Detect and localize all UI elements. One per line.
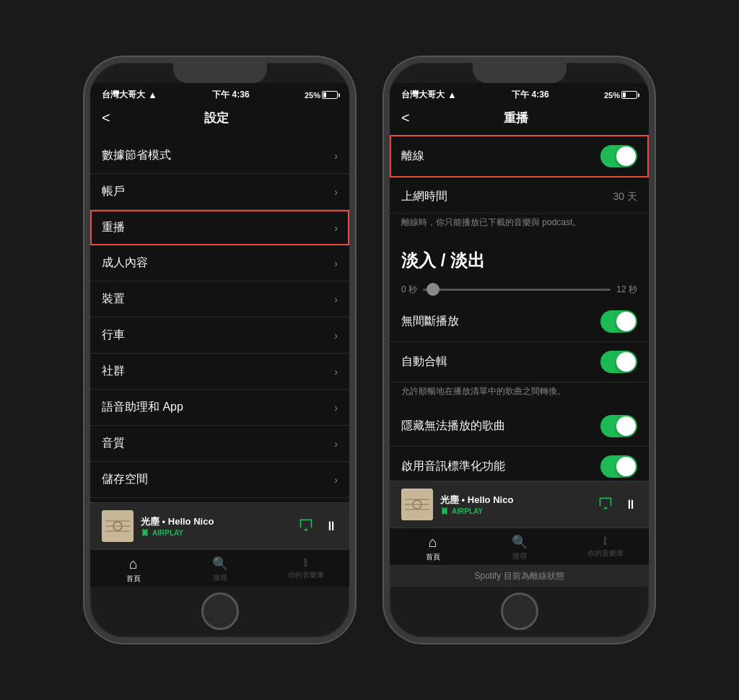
wifi-icon-left: ▲ xyxy=(148,89,157,100)
album-art-right xyxy=(401,489,433,520)
carrier-left: 台灣大哥大 xyxy=(102,89,145,101)
tab-home-left[interactable]: ⌂ 首頁 xyxy=(90,556,177,584)
tab-search-right[interactable]: 🔍 搜尋 xyxy=(476,534,563,562)
album-art-left xyxy=(102,510,134,542)
slider-min-label: 0 秒 xyxy=(401,284,417,296)
settings-item-adult[interactable]: 成人內容 › xyxy=(90,245,349,281)
status-bar-right: 台灣大哥大 ▲ 下午 4:36 25% xyxy=(390,83,649,104)
crossfade-slider[interactable] xyxy=(423,289,611,291)
chevron-icon: › xyxy=(334,402,338,414)
search-label-left: 搜尋 xyxy=(213,573,227,583)
settings-item-social[interactable]: 社群 › xyxy=(90,354,349,390)
nav-bar-left: < 設定 xyxy=(90,104,349,132)
battery-body-right xyxy=(621,91,637,99)
settings-item-data-saver[interactable]: 數據節省模式 › xyxy=(90,138,349,174)
settings-label: 音質 xyxy=(102,436,125,451)
content-left: 數據節省模式 › 帳戶 › 重播 › 成人內容 › 裝置 › xyxy=(90,132,349,502)
hide-unplayable-toggle[interactable] xyxy=(600,415,637,437)
tab-library-left[interactable]: ⫿ 你的音樂庫 xyxy=(263,556,349,584)
player-controls-left: ⏸ xyxy=(299,517,338,535)
player-controls-right: ⏸ xyxy=(598,496,637,514)
settings-item-storage[interactable]: 儲存空間 › xyxy=(90,462,349,498)
battery-left: 25% xyxy=(305,91,338,100)
gapless-toggle[interactable] xyxy=(600,310,637,333)
home-icon-left: ⌂ xyxy=(129,556,138,572)
gapless-row[interactable]: 無間斷播放 xyxy=(390,302,649,342)
pause-button-right[interactable]: ⏸ xyxy=(624,497,637,512)
automix-row[interactable]: 自動合輯 xyxy=(390,342,649,382)
battery-fill-left xyxy=(323,92,327,97)
normalize-toggle[interactable] xyxy=(600,455,637,478)
chevron-icon: › xyxy=(334,438,338,450)
settings-item-device[interactable]: 裝置 › xyxy=(90,281,349,318)
nav-bar-right: < 重播 xyxy=(390,104,649,132)
chevron-icon: › xyxy=(334,366,338,377)
crossfade-slider-row[interactable]: 0 秒 12 秒 xyxy=(390,278,649,302)
slider-max-label: 12 秒 xyxy=(616,284,637,296)
settings-label: 帳戶 xyxy=(102,184,125,199)
search-icon-left: 🔍 xyxy=(212,556,228,572)
home-icon-right: ⌂ xyxy=(429,534,437,551)
home-label-left: 首頁 xyxy=(126,574,141,584)
settings-item-car[interactable]: 行車 › xyxy=(90,318,349,354)
tab-search-left[interactable]: 🔍 搜尋 xyxy=(177,556,263,584)
airplay-button-right[interactable] xyxy=(598,496,613,514)
player-title-left: 光塵 • Hello Nico xyxy=(141,515,292,528)
chevron-icon: › xyxy=(334,330,338,341)
chevron-icon: › xyxy=(334,150,338,162)
tab-home-right[interactable]: ⌂ 首頁 xyxy=(390,534,476,562)
normalize-row[interactable]: 啟用音訊標準化功能 xyxy=(390,447,649,481)
carrier-right: 台灣大哥大 xyxy=(401,89,445,101)
settings-label: 重播 xyxy=(102,220,125,235)
search-label-right: 搜尋 xyxy=(512,551,527,561)
battery-body-left xyxy=(322,91,338,99)
phone-left: 台灣大哥大 ▲ 下午 4:36 25% < 設定 數據節省模式 › xyxy=(84,57,355,643)
settings-item-quality[interactable]: 音質 › xyxy=(90,426,349,462)
mini-player-left[interactable]: 光塵 • Hello Nico AIRPLAY ⏸ xyxy=(90,502,349,549)
chevron-icon: › xyxy=(334,474,338,486)
wifi-icon-right: ▲ xyxy=(447,89,457,100)
player-airplay-right: AIRPLAY xyxy=(440,507,591,515)
album-sketch-right xyxy=(401,489,433,520)
back-button-left[interactable]: < xyxy=(102,110,110,126)
crossfade-header: 淡入 / 淡出 xyxy=(390,237,649,278)
settings-label: 社群 xyxy=(102,364,125,379)
mini-player-right[interactable]: 光塵 • Hello Nico AIRPLAY ⏸ xyxy=(390,481,649,528)
settings-label: 數據節省模式 xyxy=(102,148,171,163)
hide-unplayable-row[interactable]: 隱藏無法播放的歌曲 xyxy=(390,406,649,447)
offline-desc: 離線時，你只能播放已下載的音樂與 podcast。 xyxy=(390,214,649,237)
battery-percent-right: 25% xyxy=(604,91,620,100)
back-button-right[interactable]: < xyxy=(401,110,410,126)
status-left-right: 台灣大哥大 ▲ xyxy=(401,89,457,101)
settings-item-account[interactable]: 帳戶 › xyxy=(90,174,349,210)
slider-thumb[interactable] xyxy=(427,283,440,296)
settings-label: 成人內容 xyxy=(102,255,148,271)
phone-right: 台灣大哥大 ▲ 下午 4:36 25% < 重播 離線 xyxy=(384,57,655,643)
airplay-button-left[interactable] xyxy=(299,517,313,535)
album-sketch xyxy=(102,510,134,542)
offline-toggle-row[interactable]: 離線 xyxy=(390,135,649,178)
online-time-value: 30 天 xyxy=(613,191,637,204)
screen-right: 台灣大哥大 ▲ 下午 4:36 25% < 重播 離線 xyxy=(390,83,649,587)
time-right: 下午 4:36 xyxy=(512,89,548,101)
player-title-right: 光塵 • Hello Nico xyxy=(440,494,591,507)
automix-toggle[interactable] xyxy=(600,351,637,373)
automix-desc: 允許順暢地在播放清單中的歌曲之間轉換。 xyxy=(390,382,649,406)
settings-label: 行車 xyxy=(102,328,125,343)
hide-unplayable-label: 隱藏無法播放的歌曲 xyxy=(401,419,505,434)
airplay-label-right: AIRPLAY xyxy=(452,507,483,515)
status-bar-left: 台灣大哥大 ▲ 下午 4:36 25% xyxy=(90,83,349,104)
home-button-right[interactable] xyxy=(501,592,538,630)
page-title-right: 重播 xyxy=(416,110,617,126)
settings-item-voice[interactable]: 語音助理和 App › xyxy=(90,390,349,426)
settings-label: 儲存空間 xyxy=(102,472,148,487)
page-title-left: 設定 xyxy=(116,110,318,126)
home-button-left[interactable] xyxy=(201,592,239,630)
tab-bar-left: ⌂ 首頁 🔍 搜尋 ⫿ 你的音樂庫 xyxy=(90,549,349,587)
home-label-right: 首頁 xyxy=(426,552,440,562)
pause-button-left[interactable]: ⏸ xyxy=(325,519,338,534)
chevron-icon: › xyxy=(334,258,338,269)
tab-library-right[interactable]: ⫿ 你的音樂庫 xyxy=(562,534,649,562)
offline-toggle[interactable] xyxy=(600,145,637,167)
settings-item-replay[interactable]: 重播 › xyxy=(90,210,349,245)
